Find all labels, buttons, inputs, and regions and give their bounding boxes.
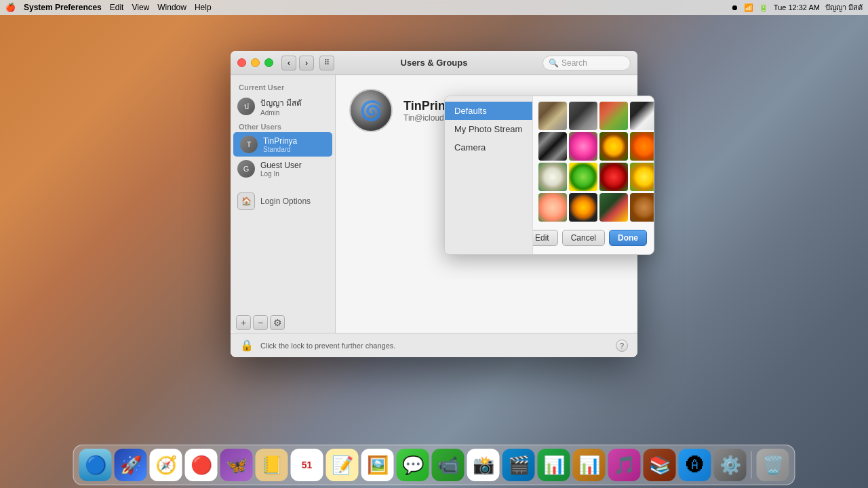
popup-menu-camera[interactable]: Camera (445, 138, 532, 157)
photo-flower-peach[interactable] (538, 193, 567, 222)
photo-flower-white[interactable] (538, 163, 567, 191)
sidebar-item-tinprinya[interactable]: T TinPrinya Standard (233, 132, 332, 157)
guest-role: Log In (260, 170, 302, 178)
dock-messages[interactable]: 💬 (397, 449, 429, 481)
photo-owl[interactable] (569, 102, 597, 130)
photo-chalkboard[interactable] (599, 193, 628, 222)
search-icon: 🔍 (549, 58, 559, 68)
close-button[interactable] (237, 58, 246, 67)
dock-facetime[interactable]: 📹 (432, 449, 465, 481)
dock-numbers[interactable]: 📊 (538, 449, 570, 481)
photo-fruit[interactable] (630, 193, 654, 222)
photo-penguin[interactable] (630, 102, 654, 130)
photo-eagle[interactable] (538, 102, 567, 130)
photo-flower-green[interactable] (569, 163, 597, 191)
user-avatar[interactable]: 🌀 (349, 89, 393, 132)
view-menu[interactable]: View (132, 3, 149, 12)
photo-flower-sunflower[interactable] (599, 132, 628, 161)
desktop: 🍎 System Preferences Edit View Window He… (0, 0, 868, 488)
window-title: Users & Groups (401, 58, 468, 68)
dock-iphoto[interactable]: 📸 (467, 449, 500, 481)
guest-info: Guest User Log In (260, 161, 302, 178)
traffic-lights (237, 58, 273, 67)
dock-imovie[interactable]: 🎬 (502, 449, 535, 481)
photo-grid (538, 102, 648, 222)
dock-appstore[interactable]: 🅐 (679, 449, 711, 481)
dock-system-prefs[interactable]: ⚙️ (714, 449, 747, 481)
photo-flower-pink[interactable] (569, 132, 597, 161)
photo-flower-yellow[interactable] (630, 163, 654, 191)
photo-parrot[interactable] (599, 102, 628, 130)
photo-big-sunflower[interactable] (569, 193, 597, 222)
popup-menu-photo-stream[interactable]: My Photo Stream (445, 120, 532, 138)
tinprinya-info: TinPrinya Standard (263, 136, 297, 153)
dock-safari[interactable]: 🧭 (150, 449, 182, 481)
lock-icon[interactable]: 🔒 (240, 339, 254, 352)
popup-action-buttons: Edit Cancel Done (538, 227, 648, 249)
sidebar-item-guest[interactable]: G Guest User Log In (231, 157, 335, 181)
apple-menu[interactable]: 🍎 (5, 3, 16, 12)
maximize-button[interactable] (264, 58, 273, 67)
window-menu[interactable]: Window (157, 3, 186, 12)
menubar-right: ⏺ 📶 🔋 Tue 12:32 AM ปัญญา มีสตั (731, 1, 863, 14)
user-name: ปัญญา มีสตั (825, 1, 863, 14)
menubar: 🍎 System Preferences Edit View Window He… (0, 0, 868, 15)
main-content: 🌀 TinPrinya Tin@icloud.com Reset Passwor… (336, 75, 637, 333)
admin-role: Admin (260, 109, 302, 117)
help-button[interactable]: ? (616, 340, 628, 352)
guest-name: Guest User (260, 161, 302, 170)
dock-itunes[interactable]: 🎵 (608, 449, 641, 481)
sidebar: Current User ป ปัญญา มีสตั Admin Other U… (231, 75, 336, 333)
popup-menu-defaults[interactable]: Defaults (445, 102, 532, 120)
minimize-button[interactable] (251, 58, 260, 67)
wifi-icon: 📶 (744, 3, 753, 12)
more-options-button[interactable]: ⚙ (270, 315, 285, 330)
app-name[interactable]: System Preferences (24, 3, 102, 12)
back-button[interactable]: ‹ (281, 56, 296, 70)
done-button[interactable]: Done (609, 230, 647, 246)
dock-launchpad[interactable]: 🚀 (115, 449, 147, 481)
dock-migration[interactable]: 🦋 (220, 449, 253, 481)
titlebar: ‹ › ⠿ Users & Groups 🔍 Search (231, 51, 637, 75)
admin-name: ปัญญา มีสตั (260, 96, 302, 109)
dock-finder[interactable]: 🔵 (79, 449, 112, 481)
search-bar[interactable]: 🔍 Search (542, 56, 631, 70)
dock-ibooks[interactable]: 📚 (644, 449, 676, 481)
add-user-button[interactable]: + (236, 315, 251, 330)
photo-flower-orange[interactable] (630, 132, 654, 161)
photo-picker-sidebar: Defaults My Photo Stream Camera (445, 96, 533, 254)
cancel-button[interactable]: Cancel (562, 230, 605, 246)
tinprinya-avatar: T (240, 136, 258, 153)
help-menu[interactable]: Help (195, 3, 212, 12)
dock-keynote[interactable]: 📊 (573, 449, 606, 481)
dock-photos-app[interactable]: 🖼️ (361, 449, 394, 481)
sidebar-item-admin[interactable]: ป ปัญญา มีสตั Admin (231, 93, 335, 120)
admin-avatar: ป (237, 98, 255, 115)
record-icon: ⏺ (731, 3, 738, 12)
other-users-label: Other Users (231, 120, 335, 132)
system-preferences-window: ‹ › ⠿ Users & Groups 🔍 Search Current Us… (231, 51, 637, 357)
current-user-label: Current User (231, 81, 335, 93)
clock: Tue 12:32 AM (774, 3, 820, 12)
dock-notes[interactable]: 📝 (326, 449, 359, 481)
dock-chrome[interactable]: 🔴 (185, 449, 218, 481)
photo-zebra[interactable] (538, 132, 567, 161)
photo-picker-popup: Defaults My Photo Stream Camera (444, 96, 654, 255)
grid-button[interactable]: ⠿ (319, 56, 334, 70)
admin-info: ปัญญา มีสตั Admin (260, 96, 302, 117)
sidebar-item-login-options[interactable]: 🏠 Login Options (231, 189, 335, 214)
photo-flower-red[interactable] (599, 163, 628, 191)
forward-button[interactable]: › (299, 56, 314, 70)
tinprinya-name: TinPrinya (263, 136, 297, 146)
battery-icon: 🔋 (759, 3, 768, 12)
edit-menu[interactable]: Edit (110, 3, 124, 12)
dock-trash[interactable]: 🗑️ (757, 449, 789, 481)
footer-lock-text: Click the lock to prevent further change… (260, 342, 609, 350)
dock-contacts[interactable]: 📒 (256, 449, 288, 481)
dock: 🔵 🚀 🧭 🔴 🦋 📒 51 📝 🖼️ 💬 📹 📸 🎬 📊 📊 🎵 📚 🅐 ⚙️… (73, 445, 795, 485)
nav-buttons: ‹ › (281, 56, 314, 70)
photo-grid-container: Edit Cancel Done (533, 96, 654, 254)
remove-user-button[interactable]: − (253, 315, 268, 330)
tinprinya-role: Standard (263, 146, 297, 153)
dock-calendar[interactable]: 51 (291, 449, 323, 481)
